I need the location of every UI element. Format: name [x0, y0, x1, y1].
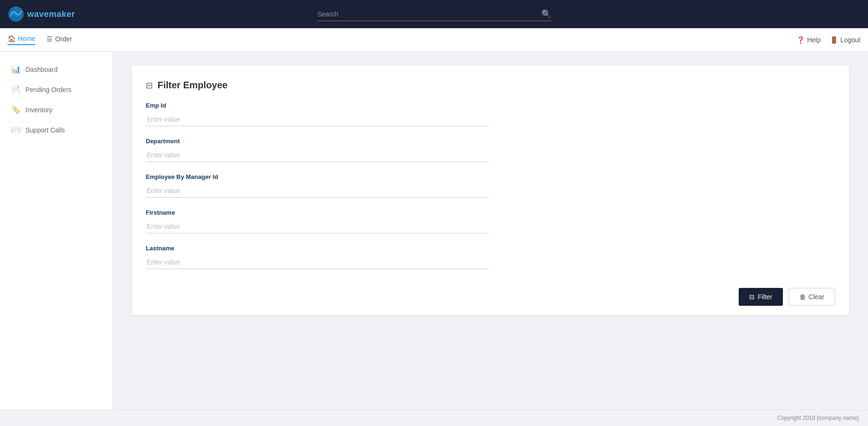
- button-area: ⊟ Filter 🗑 Clear: [146, 283, 835, 306]
- nav-right: ❓ Help 🚪 Logout: [797, 36, 860, 44]
- filter-header: ⊟ Filter Employee: [146, 80, 835, 91]
- nav-item-order-label: Order: [55, 35, 72, 43]
- secondary-nav: 🏠 Home ☰ Order ❓ Help 🚪 Logout: [0, 28, 868, 52]
- sidebar-item-inventory[interactable]: 🏷️ Inventory: [0, 100, 112, 120]
- sidebar-item-support-calls[interactable]: ✉️ Support Calls: [0, 120, 112, 140]
- filter-card: ⊟ Filter Employee Emp Id Department Empl…: [132, 66, 849, 315]
- sidebar-item-pending-orders-label: Pending Orders: [25, 86, 71, 93]
- firstname-label: Firstname: [146, 209, 835, 216]
- filter-button[interactable]: ⊟ Filter: [739, 288, 782, 306]
- lastname-label: Lastname: [146, 245, 835, 252]
- top-navbar: wavemaker 🔍: [0, 0, 868, 28]
- logo-text: wavemaker: [27, 9, 75, 19]
- sidebar-item-dashboard-label: Dashboard: [25, 66, 58, 73]
- footer-text: Copyright 2018 [company name]: [777, 415, 859, 421]
- logo-icon: [8, 6, 24, 23]
- department-input[interactable]: [146, 148, 489, 162]
- sidebar-item-support-calls-label: Support Calls: [25, 126, 65, 134]
- help-label: Help: [807, 36, 821, 44]
- department-label: Department: [146, 138, 835, 145]
- search-area: 🔍: [316, 8, 552, 21]
- search-button[interactable]: 🔍: [541, 9, 552, 19]
- filter-title: Filter Employee: [158, 80, 228, 91]
- nav-logout[interactable]: 🚪 Logout: [830, 36, 860, 44]
- help-icon: ❓: [797, 36, 805, 44]
- filter-button-icon: ⊟: [749, 293, 755, 301]
- sidebar-item-pending-orders[interactable]: 📄 Pending Orders: [0, 79, 112, 100]
- logo-area: wavemaker: [8, 6, 75, 23]
- employee-by-manager-id-field: Employee By Manager Id: [146, 173, 835, 198]
- filter-button-label: Filter: [758, 293, 772, 301]
- order-icon: ☰: [47, 35, 53, 43]
- footer: Copyright 2018 [company name]: [0, 410, 868, 426]
- dashboard-icon: 📊: [11, 65, 21, 74]
- emp-id-label: Emp Id: [146, 102, 835, 109]
- nav-item-home-label: Home: [18, 35, 35, 42]
- department-field: Department: [146, 138, 835, 162]
- firstname-input[interactable]: [146, 220, 489, 233]
- firstname-field: Firstname: [146, 209, 835, 233]
- clear-button-icon: 🗑: [799, 293, 806, 301]
- layout: 📊 Dashboard 📄 Pending Orders 🏷️ Inventor…: [0, 52, 868, 410]
- logout-label: Logout: [840, 36, 860, 44]
- lastname-field: Lastname: [146, 245, 835, 269]
- support-calls-icon: ✉️: [11, 125, 21, 134]
- nav-item-home[interactable]: 🏠 Home: [8, 35, 35, 45]
- pending-orders-icon: 📄: [11, 85, 21, 94]
- nav-item-order[interactable]: ☰ Order: [47, 35, 72, 45]
- sidebar-item-dashboard[interactable]: 📊 Dashboard: [0, 59, 112, 79]
- lastname-input[interactable]: [146, 256, 489, 269]
- clear-button-label: Clear: [809, 293, 824, 301]
- sidebar: 📊 Dashboard 📄 Pending Orders 🏷️ Inventor…: [0, 52, 113, 410]
- inventory-icon: 🏷️: [11, 105, 21, 114]
- nav-help[interactable]: ❓ Help: [797, 36, 821, 44]
- nav-items: 🏠 Home ☰ Order: [8, 35, 72, 45]
- emp-id-field: Emp Id: [146, 102, 835, 126]
- logout-icon: 🚪: [830, 36, 838, 44]
- home-icon: 🏠: [8, 35, 16, 42]
- sidebar-item-inventory-label: Inventory: [25, 106, 53, 114]
- employee-by-manager-id-label: Employee By Manager Id: [146, 173, 835, 180]
- main-content: ⊟ Filter Employee Emp Id Department Empl…: [113, 52, 868, 410]
- emp-id-input[interactable]: [146, 113, 489, 126]
- search-input[interactable]: [316, 8, 552, 21]
- employee-by-manager-id-input[interactable]: [146, 184, 489, 198]
- filter-header-icon: ⊟: [146, 80, 153, 91]
- clear-button[interactable]: 🗑 Clear: [789, 288, 835, 306]
